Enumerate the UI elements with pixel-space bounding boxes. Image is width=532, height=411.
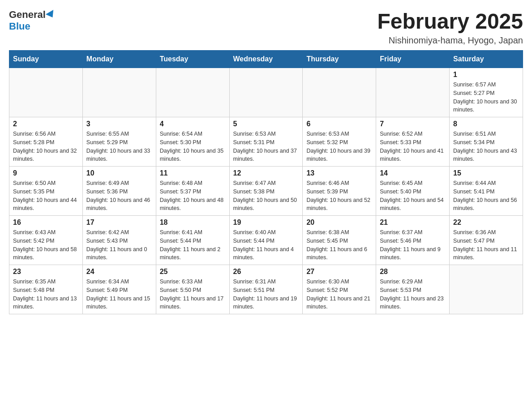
- weekday-header-monday: Monday: [82, 51, 156, 68]
- day-number: 18: [160, 218, 226, 227]
- weekday-header-row: SundayMondayTuesdayWednesdayThursdayFrid…: [9, 51, 523, 68]
- calendar-cell: 16Sunrise: 6:43 AMSunset: 5:42 PMDayligh…: [9, 216, 83, 265]
- calendar-cell: [156, 68, 229, 117]
- day-number: 26: [233, 268, 299, 276]
- week-row-3: 9Sunrise: 6:50 AMSunset: 5:35 PMDaylight…: [9, 167, 523, 216]
- day-info: Sunrise: 6:36 AMSunset: 5:47 PMDaylight:…: [453, 228, 519, 262]
- day-info: Sunrise: 6:52 AMSunset: 5:33 PMDaylight:…: [380, 130, 446, 163]
- calendar-cell: [450, 265, 523, 314]
- calendar-cell: 10Sunrise: 6:49 AMSunset: 5:36 PMDayligh…: [82, 167, 156, 216]
- calendar-cell: 22Sunrise: 6:36 AMSunset: 5:47 PMDayligh…: [450, 216, 523, 265]
- day-number: 28: [380, 268, 446, 276]
- calendar-cell: 6Sunrise: 6:53 AMSunset: 5:32 PMDaylight…: [303, 117, 376, 167]
- day-info: Sunrise: 6:51 AMSunset: 5:34 PMDaylight:…: [453, 130, 519, 163]
- page-header: General Blue February 2025 Nishinomiya-h…: [9, 9, 523, 46]
- day-info: Sunrise: 6:53 AMSunset: 5:32 PMDaylight:…: [306, 130, 372, 163]
- day-number: 8: [453, 120, 519, 128]
- day-number: 21: [380, 218, 446, 227]
- calendar-cell: [9, 68, 83, 117]
- day-info: Sunrise: 6:53 AMSunset: 5:31 PMDaylight:…: [233, 130, 299, 163]
- day-number: 13: [306, 169, 372, 177]
- calendar-cell: [229, 68, 303, 117]
- month-title: February 2025: [377, 9, 523, 34]
- weekday-header-wednesday: Wednesday: [229, 51, 303, 68]
- calendar-cell: 1Sunrise: 6:57 AMSunset: 5:27 PMDaylight…: [450, 68, 523, 117]
- calendar-cell: 4Sunrise: 6:54 AMSunset: 5:30 PMDaylight…: [156, 117, 229, 167]
- calendar-cell: 26Sunrise: 6:31 AMSunset: 5:51 PMDayligh…: [229, 265, 303, 314]
- weekday-header-saturday: Saturday: [450, 51, 523, 68]
- calendar-cell: 24Sunrise: 6:34 AMSunset: 5:49 PMDayligh…: [82, 265, 156, 314]
- day-number: 10: [86, 169, 152, 177]
- day-info: Sunrise: 6:50 AMSunset: 5:35 PMDaylight:…: [13, 179, 79, 213]
- calendar-cell: [376, 68, 450, 117]
- calendar-cell: [82, 68, 156, 117]
- calendar-cell: 7Sunrise: 6:52 AMSunset: 5:33 PMDaylight…: [376, 117, 450, 167]
- calendar-cell: 25Sunrise: 6:33 AMSunset: 5:50 PMDayligh…: [156, 265, 229, 314]
- day-info: Sunrise: 6:47 AMSunset: 5:38 PMDaylight:…: [233, 179, 299, 213]
- day-number: 1: [453, 71, 519, 79]
- weekday-header-tuesday: Tuesday: [156, 51, 229, 68]
- title-area: February 2025 Nishinomiya-hama, Hyogo, J…: [377, 9, 523, 46]
- day-info: Sunrise: 6:40 AMSunset: 5:44 PMDaylight:…: [233, 228, 299, 262]
- day-number: 22: [453, 218, 519, 227]
- day-number: 6: [306, 120, 372, 128]
- calendar-cell: 12Sunrise: 6:47 AMSunset: 5:38 PMDayligh…: [229, 167, 303, 216]
- calendar-cell: 9Sunrise: 6:50 AMSunset: 5:35 PMDaylight…: [9, 167, 83, 216]
- day-info: Sunrise: 6:35 AMSunset: 5:48 PMDaylight:…: [13, 278, 79, 311]
- calendar-cell: [303, 68, 376, 117]
- calendar-cell: 21Sunrise: 6:37 AMSunset: 5:46 PMDayligh…: [376, 216, 450, 265]
- day-number: 16: [13, 218, 79, 227]
- day-number: 3: [86, 120, 152, 128]
- day-info: Sunrise: 6:46 AMSunset: 5:39 PMDaylight:…: [306, 179, 372, 213]
- day-info: Sunrise: 6:42 AMSunset: 5:43 PMDaylight:…: [86, 228, 152, 262]
- day-info: Sunrise: 6:41 AMSunset: 5:44 PMDaylight:…: [160, 228, 226, 262]
- day-info: Sunrise: 6:34 AMSunset: 5:49 PMDaylight:…: [86, 278, 152, 311]
- calendar-cell: 28Sunrise: 6:29 AMSunset: 5:53 PMDayligh…: [376, 265, 450, 314]
- day-info: Sunrise: 6:45 AMSunset: 5:40 PMDaylight:…: [380, 179, 446, 213]
- day-number: 20: [306, 218, 372, 227]
- logo-triangle-icon: [46, 10, 56, 20]
- day-info: Sunrise: 6:37 AMSunset: 5:46 PMDaylight:…: [380, 228, 446, 262]
- day-number: 19: [233, 218, 299, 227]
- week-row-1: 1Sunrise: 6:57 AMSunset: 5:27 PMDaylight…: [9, 68, 523, 117]
- calendar-cell: 2Sunrise: 6:56 AMSunset: 5:28 PMDaylight…: [9, 117, 83, 167]
- calendar-cell: 17Sunrise: 6:42 AMSunset: 5:43 PMDayligh…: [82, 216, 156, 265]
- day-info: Sunrise: 6:49 AMSunset: 5:36 PMDaylight:…: [86, 179, 152, 213]
- day-number: 25: [160, 268, 226, 276]
- logo: General Blue: [9, 9, 56, 32]
- day-number: 4: [160, 120, 226, 128]
- day-info: Sunrise: 6:48 AMSunset: 5:37 PMDaylight:…: [160, 179, 226, 213]
- day-info: Sunrise: 6:38 AMSunset: 5:45 PMDaylight:…: [306, 228, 372, 262]
- calendar-cell: 11Sunrise: 6:48 AMSunset: 5:37 PMDayligh…: [156, 167, 229, 216]
- day-number: 12: [233, 169, 299, 177]
- day-number: 15: [453, 169, 519, 177]
- weekday-header-sunday: Sunday: [9, 51, 83, 68]
- calendar-cell: 23Sunrise: 6:35 AMSunset: 5:48 PMDayligh…: [9, 265, 83, 314]
- calendar-cell: 15Sunrise: 6:44 AMSunset: 5:41 PMDayligh…: [450, 167, 523, 216]
- day-info: Sunrise: 6:55 AMSunset: 5:29 PMDaylight:…: [86, 130, 152, 163]
- day-info: Sunrise: 6:43 AMSunset: 5:42 PMDaylight:…: [13, 228, 79, 262]
- logo-blue-text: Blue: [9, 21, 30, 32]
- day-number: 7: [380, 120, 446, 128]
- day-info: Sunrise: 6:33 AMSunset: 5:50 PMDaylight:…: [160, 278, 226, 311]
- calendar-cell: 19Sunrise: 6:40 AMSunset: 5:44 PMDayligh…: [229, 216, 303, 265]
- day-info: Sunrise: 6:54 AMSunset: 5:30 PMDaylight:…: [160, 130, 226, 163]
- location-text: Nishinomiya-hama, Hyogo, Japan: [377, 35, 523, 46]
- week-row-4: 16Sunrise: 6:43 AMSunset: 5:42 PMDayligh…: [9, 216, 523, 265]
- day-info: Sunrise: 6:44 AMSunset: 5:41 PMDaylight:…: [453, 179, 519, 213]
- calendar-cell: 27Sunrise: 6:30 AMSunset: 5:52 PMDayligh…: [303, 265, 376, 314]
- calendar-table: SundayMondayTuesdayWednesdayThursdayFrid…: [9, 50, 523, 314]
- weekday-header-thursday: Thursday: [303, 51, 376, 68]
- calendar-cell: 3Sunrise: 6:55 AMSunset: 5:29 PMDaylight…: [82, 117, 156, 167]
- day-number: 17: [86, 218, 152, 227]
- day-number: 23: [13, 268, 79, 276]
- calendar-cell: 13Sunrise: 6:46 AMSunset: 5:39 PMDayligh…: [303, 167, 376, 216]
- day-number: 24: [86, 268, 152, 276]
- logo-general-text: General: [9, 9, 46, 21]
- day-info: Sunrise: 6:56 AMSunset: 5:28 PMDaylight:…: [13, 130, 79, 163]
- day-number: 11: [160, 169, 226, 177]
- week-row-2: 2Sunrise: 6:56 AMSunset: 5:28 PMDaylight…: [9, 117, 523, 167]
- day-info: Sunrise: 6:57 AMSunset: 5:27 PMDaylight:…: [453, 81, 519, 114]
- day-info: Sunrise: 6:31 AMSunset: 5:51 PMDaylight:…: [233, 278, 299, 311]
- calendar-cell: 20Sunrise: 6:38 AMSunset: 5:45 PMDayligh…: [303, 216, 376, 265]
